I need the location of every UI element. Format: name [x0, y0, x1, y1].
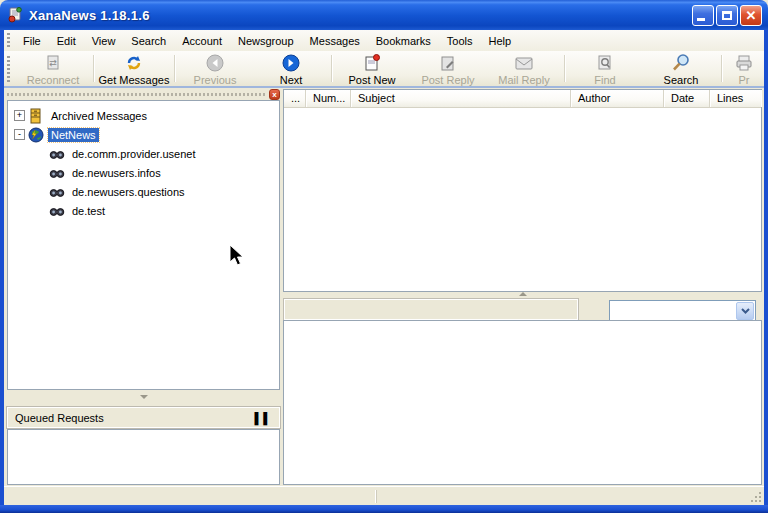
- resize-grip[interactable]: [750, 491, 762, 503]
- column-number[interactable]: Num...: [306, 90, 351, 107]
- menu-messages[interactable]: Messages: [302, 33, 368, 49]
- mail-reply-button[interactable]: Mail Reply: [486, 51, 562, 86]
- tree-row-newsgroup[interactable]: de.test: [8, 201, 279, 220]
- tree-label[interactable]: de.newusers.questions: [69, 185, 188, 199]
- menubar-grip[interactable]: [7, 33, 10, 48]
- app-window: XanaNews 1.18.1.6 ✕ File Edit View Searc…: [0, 0, 768, 513]
- next-icon: [281, 53, 301, 73]
- grip-dots: [7, 93, 265, 96]
- print-button[interactable]: Pr: [724, 51, 764, 86]
- toolbar-separator: [721, 55, 722, 82]
- get-messages-button[interactable]: Get Messages: [96, 51, 172, 86]
- close-button[interactable]: ✕: [740, 5, 762, 26]
- tree-label[interactable]: de.test: [69, 204, 108, 218]
- pause-icon[interactable]: ▌▌: [254, 412, 272, 424]
- status-bar: [4, 486, 764, 505]
- panel-close-button[interactable]: x: [269, 89, 280, 100]
- binoculars-icon: [49, 146, 66, 162]
- message-body-pane[interactable]: [283, 320, 762, 485]
- previous-button[interactable]: Previous: [177, 51, 253, 86]
- splitter-down-icon: [140, 395, 148, 399]
- message-subject-bar: [284, 299, 578, 320]
- queued-requests-list[interactable]: [7, 429, 280, 485]
- search-icon: [671, 53, 691, 73]
- next-button[interactable]: Next: [253, 51, 329, 86]
- toolbar-grip[interactable]: [7, 56, 10, 82]
- right-splitter[interactable]: [283, 292, 762, 297]
- combobox-value: [610, 301, 735, 321]
- toolbar: ⇄ Reconnect Get Messages Previous: [4, 51, 764, 88]
- left-splitter[interactable]: [7, 394, 280, 400]
- search-button[interactable]: Search: [643, 51, 719, 86]
- menu-help[interactable]: Help: [480, 33, 519, 49]
- post-new-icon: [362, 53, 382, 73]
- tree-row-newsgroup[interactable]: de.comm.provider.usenet: [8, 144, 279, 163]
- svg-text:⇄: ⇄: [49, 58, 57, 68]
- tree-label[interactable]: de.newusers.infos: [69, 166, 164, 180]
- minimize-button[interactable]: [692, 5, 714, 26]
- menu-newsgroup[interactable]: Newsgroup: [230, 33, 302, 49]
- menu-view[interactable]: View: [84, 33, 124, 49]
- window-border-bottom: [0, 505, 768, 513]
- menu-bar: File Edit View Search Account Newsgroup …: [4, 30, 764, 51]
- close-icon: ✕: [746, 8, 757, 23]
- window-border-right: [764, 30, 768, 513]
- tree-row-newsgroup[interactable]: de.newusers.infos: [8, 163, 279, 182]
- binoculars-icon: [49, 165, 66, 181]
- tree-row-archived[interactable]: + Archived Messages: [8, 106, 279, 125]
- collapse-minus-icon[interactable]: -: [14, 129, 25, 140]
- tree-row-netnews[interactable]: - NetNews: [8, 125, 279, 144]
- find-button[interactable]: Find: [567, 51, 643, 86]
- archive-icon: [28, 108, 45, 124]
- combobox-dropdown-button[interactable]: [736, 302, 754, 320]
- mail-reply-icon: [514, 53, 534, 73]
- status-divider: [375, 490, 377, 503]
- menu-file[interactable]: File: [15, 33, 49, 49]
- column-author[interactable]: Author: [571, 90, 664, 107]
- column-lines[interactable]: Lines: [710, 90, 761, 107]
- post-new-button[interactable]: Post New: [334, 51, 410, 86]
- title-bar[interactable]: XanaNews 1.18.1.6 ✕: [0, 0, 768, 30]
- message-area: ... Num... Subject Author Date Lines: [283, 89, 762, 486]
- menu-tools[interactable]: Tools: [439, 33, 481, 49]
- chevron-down-icon: [741, 308, 750, 314]
- maximize-icon: [722, 11, 732, 20]
- menu-edit[interactable]: Edit: [49, 33, 84, 49]
- minimize-icon: [697, 18, 705, 21]
- tree-row-newsgroup[interactable]: de.newusers.questions: [8, 182, 279, 201]
- splitter-up-icon: [519, 292, 527, 296]
- binoculars-icon: [49, 203, 66, 219]
- menu-account[interactable]: Account: [174, 33, 230, 49]
- message-header-strip: [283, 292, 762, 320]
- panel-close-icon: x: [272, 90, 276, 99]
- toolbar-separator: [331, 55, 332, 82]
- toolbar-separator: [93, 55, 94, 82]
- post-reply-button[interactable]: Post Reply: [410, 51, 486, 86]
- message-filter-combobox[interactable]: [609, 300, 756, 322]
- column-subject[interactable]: Subject: [351, 90, 571, 107]
- folder-panel-grip[interactable]: x: [7, 89, 280, 99]
- print-icon: [734, 53, 754, 73]
- folder-panel: x + Archived Messages - NetNews: [7, 89, 280, 486]
- tree-label[interactable]: Archived Messages: [48, 109, 150, 123]
- tree-label-selected[interactable]: NetNews: [48, 128, 99, 142]
- queued-requests-header: Queued Requests ▌▌: [7, 407, 280, 428]
- reconnect-icon: ⇄: [43, 53, 63, 73]
- message-list[interactable]: ... Num... Subject Author Date Lines: [283, 89, 762, 292]
- column-date[interactable]: Date: [664, 90, 710, 107]
- column-flag[interactable]: ...: [284, 90, 306, 107]
- get-messages-icon: [124, 53, 144, 73]
- window-title: XanaNews 1.18.1.6: [29, 8, 150, 23]
- previous-icon: [205, 53, 225, 73]
- menu-bookmarks[interactable]: Bookmarks: [368, 33, 439, 49]
- reconnect-button[interactable]: ⇄ Reconnect: [15, 51, 91, 86]
- expand-plus-icon[interactable]: +: [14, 110, 25, 121]
- queued-requests-title: Queued Requests: [15, 412, 104, 424]
- maximize-button[interactable]: [716, 5, 738, 26]
- mouse-cursor: [229, 244, 245, 268]
- menu-search[interactable]: Search: [123, 33, 174, 49]
- globe-icon: [28, 127, 45, 143]
- tree-label[interactable]: de.comm.provider.usenet: [69, 147, 199, 161]
- app-icon: [7, 7, 23, 23]
- binoculars-icon: [49, 184, 66, 200]
